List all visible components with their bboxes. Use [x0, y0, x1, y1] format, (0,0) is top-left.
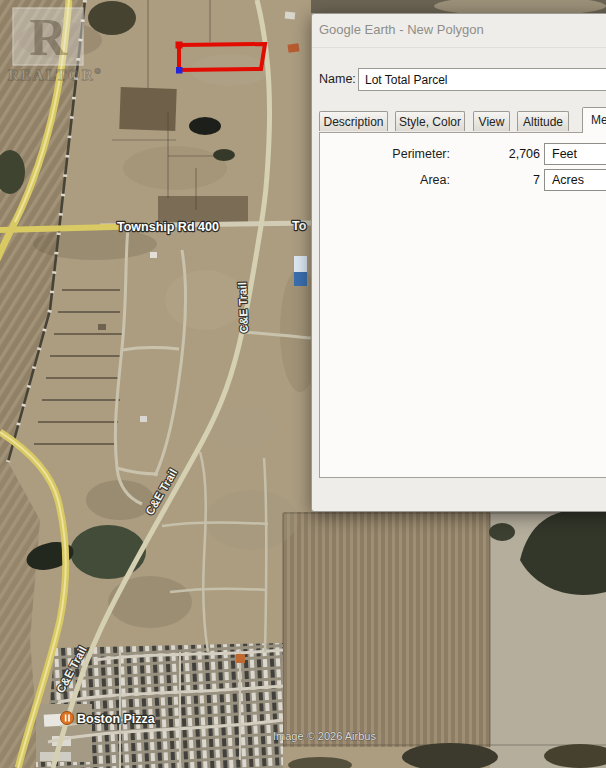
poi-label: Boston Pizza	[77, 712, 156, 726]
perimeter-value: 2,706	[462, 147, 540, 161]
perimeter-label: Perimeter:	[330, 147, 450, 161]
tab-measurements[interactable]: Mea	[582, 107, 606, 133]
tab-altitude-label: Altitude	[523, 115, 563, 129]
road-label-clipped: To	[292, 219, 307, 233]
new-polygon-dialog: Google Earth - New Polygon Name: Descrip…	[311, 13, 606, 512]
tab-description[interactable]: Description	[319, 111, 388, 131]
name-field-label: Name:	[319, 72, 356, 86]
tab-measurements-label: Mea	[591, 113, 606, 127]
perimeter-unit-dropdown[interactable]: Feet	[544, 143, 606, 165]
area-unit-value: Acres	[552, 173, 584, 187]
tab-view[interactable]: View	[473, 111, 510, 131]
road-label-township-rd: Township Rd 400	[117, 220, 219, 234]
tab-altitude[interactable]: Altitude	[517, 111, 569, 131]
watermark-letter: R	[29, 9, 68, 66]
tab-style-color[interactable]: Style, Color	[395, 111, 465, 131]
polygon-vertex-red[interactable]	[176, 42, 183, 49]
imagery-attribution: Image © 2026 Airbus	[273, 730, 376, 742]
tab-description-label: Description	[323, 115, 383, 129]
perimeter-unit-value: Feet	[552, 147, 577, 161]
polygon-vertex-blue[interactable]	[176, 67, 183, 74]
dialog-title: Google Earth - New Polygon	[319, 22, 484, 37]
trail-label-1: C&E Trail	[236, 282, 250, 334]
area-value: 7	[462, 173, 540, 187]
area-label: Area:	[330, 173, 450, 187]
google-earth-viewport: Township Rd 400 To C&E Trail C&E Trail C…	[0, 0, 606, 768]
tab-style-color-label: Style, Color	[399, 115, 461, 129]
dialog-titlebar[interactable]: Google Earth - New Polygon	[312, 14, 606, 48]
watermark-text: REALTOR	[8, 67, 95, 83]
name-input[interactable]	[358, 68, 606, 91]
watermark-registered-mark: ®	[95, 67, 103, 76]
restaurant-poi-icon[interactable]	[61, 712, 74, 725]
svg-text:REALTOR®: REALTOR®	[8, 67, 103, 83]
tab-view-label: View	[479, 115, 505, 129]
area-unit-dropdown[interactable]: Acres	[544, 169, 606, 191]
